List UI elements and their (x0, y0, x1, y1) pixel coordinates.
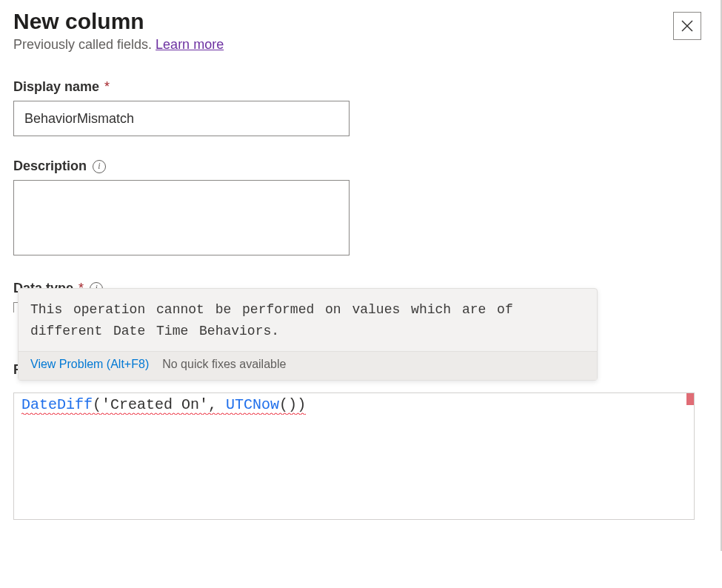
description-label: Description i (13, 158, 709, 174)
token-datediff: DateDiff (21, 396, 93, 413)
formula-line: DateDiff('Created On', UTCNow()) (21, 396, 306, 413)
token-utcnow: UTCNow (226, 396, 279, 413)
formula-editor[interactable]: DateDiff('Created On', UTCNow()) (13, 392, 695, 520)
page-title: New column (13, 9, 224, 34)
token-comma: , (208, 396, 226, 413)
description-field-group: Description i (13, 158, 709, 258)
minimap-error-marker (686, 393, 694, 405)
info-icon[interactable]: i (93, 160, 106, 173)
display-name-label-text: Display name (13, 79, 99, 94)
token-string: 'Created On' (101, 396, 208, 413)
panel-header: New column Previously called fields. Lea… (13, 9, 709, 79)
description-input[interactable] (13, 180, 350, 255)
display-name-field-group: Display name * (13, 79, 709, 136)
tooltip-message: This operation cannot be performed on va… (19, 289, 597, 351)
data-type-field-group: Data type * i F This operation cannot be… (13, 281, 709, 520)
token-close1: ) (297, 396, 306, 413)
display-name-label: Display name * (13, 79, 709, 95)
close-button[interactable] (673, 12, 701, 40)
display-name-input[interactable] (13, 101, 350, 136)
no-quick-fixes-text: No quick fixes available (162, 358, 286, 371)
error-tooltip: This operation cannot be performed on va… (18, 288, 598, 381)
token-open1: ( (93, 396, 101, 413)
tooltip-footer: View Problem (Alt+F8) No quick fixes ava… (19, 351, 597, 380)
subtitle-text: Previously called fields. (13, 37, 156, 52)
close-icon (681, 19, 694, 33)
required-asterisk: * (101, 79, 110, 94)
token-open2: ( (279, 396, 288, 413)
token-close2: ) (288, 396, 297, 413)
description-label-text: Description (13, 158, 87, 174)
error-squiggle (21, 412, 306, 415)
page-subtitle: Previously called fields. Learn more (13, 37, 224, 53)
learn-more-link[interactable]: Learn more (156, 37, 224, 52)
view-problem-link[interactable]: View Problem (Alt+F8) (30, 358, 149, 371)
